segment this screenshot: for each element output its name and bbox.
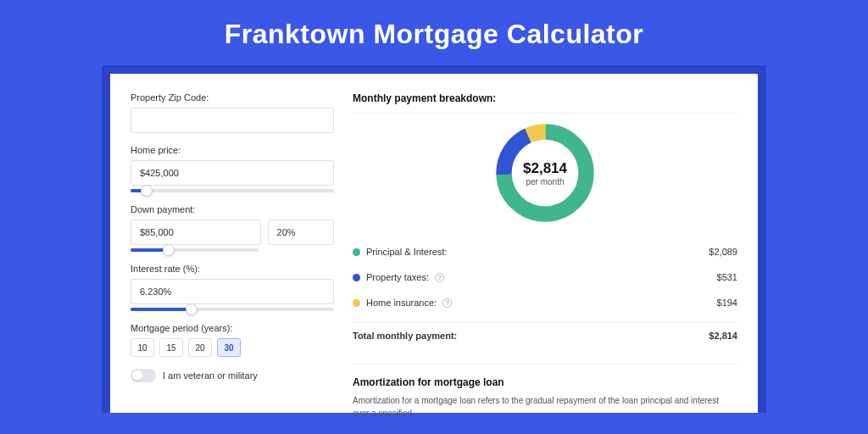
interest-rate-input[interactable]: [131, 279, 334, 304]
interest-rate-label: Interest rate (%):: [131, 264, 334, 274]
donut-center-sub: per month: [526, 177, 564, 186]
period-option-20[interactable]: 20: [188, 338, 212, 357]
period-option-10[interactable]: 10: [131, 338, 154, 357]
down-payment-percent-input[interactable]: [268, 220, 334, 245]
zip-input[interactable]: [131, 108, 334, 133]
donut-chart-wrap: $2,814 per month: [353, 114, 737, 239]
interest-rate-slider-fill: [131, 308, 192, 311]
period-button-group: 10 15 20 30: [131, 338, 334, 357]
zip-label: Property Zip Code:: [131, 92, 334, 103]
amortization-section: Amortization for mortgage loan Amortizat…: [353, 364, 737, 420]
legend-principal-amount: $2,089: [709, 247, 737, 257]
down-payment-slider[interactable]: [131, 248, 259, 252]
zip-block: Property Zip Code:: [131, 92, 334, 133]
down-payment-amount-input[interactable]: [131, 220, 261, 245]
legend-insurance-amount: $194: [717, 298, 737, 308]
interest-rate-slider[interactable]: [131, 308, 334, 311]
inputs-column: Property Zip Code: Home price: Down paym…: [131, 92, 334, 413]
swatch-green: [353, 248, 360, 256]
veteran-toggle[interactable]: [131, 369, 156, 382]
page-title: Franktown Mortgage Calculator: [0, 0, 868, 65]
period-label: Mortgage period (years):: [131, 323, 334, 333]
donut-chart: $2,814 per month: [491, 119, 599, 227]
info-icon[interactable]: ?: [435, 273, 444, 282]
veteran-toggle-knob: [132, 370, 142, 381]
amortization-header: Amortization for mortgage loan: [353, 376, 737, 388]
breakdown-header: Monthly payment breakdown:: [353, 92, 737, 104]
legend-row-taxes: Property taxes: ? $531: [353, 264, 737, 290]
home-price-block: Home price:: [131, 145, 334, 192]
amortization-text: Amortization for a mortgage loan refers …: [353, 395, 737, 420]
info-icon[interactable]: ?: [442, 298, 452, 308]
home-price-slider-knob[interactable]: [141, 185, 153, 197]
legend-row-principal: Principal & Interest: $2,089: [353, 239, 737, 264]
donut-center-amount: $2,814: [523, 160, 567, 177]
home-price-label: Home price:: [131, 145, 334, 155]
down-payment-label: Down payment:: [131, 204, 334, 214]
swatch-blue: [353, 274, 360, 281]
interest-rate-block: Interest rate (%):: [131, 264, 334, 311]
veteran-label: I am veteran or military: [163, 370, 258, 381]
down-payment-block: Down payment:: [131, 204, 334, 252]
period-block: Mortgage period (years): 10 15 20 30: [131, 323, 334, 357]
legend-total-amount: $2,814: [709, 331, 737, 341]
legend-principal-label: Principal & Interest:: [366, 247, 447, 257]
legend-row-total: Total monthly payment: $2,814: [353, 323, 737, 348]
calculator-panel: Property Zip Code: Home price: Down paym…: [110, 74, 758, 413]
calculator-panel-outer: Property Zip Code: Home price: Down paym…: [102, 65, 766, 413]
veteran-row: I am veteran or military: [131, 369, 334, 382]
legend-taxes-amount: $531: [717, 272, 737, 282]
period-option-15[interactable]: 15: [159, 338, 183, 357]
swatch-yellow: [353, 299, 360, 307]
donut-center: $2,814 per month: [491, 119, 599, 227]
home-price-input[interactable]: [131, 160, 334, 186]
breakdown-column: Monthly payment breakdown: $2,814: [353, 92, 737, 413]
legend-taxes-label: Property taxes:: [366, 272, 429, 282]
home-price-slider[interactable]: [131, 189, 334, 192]
legend-row-insurance: Home insurance: ? $194: [353, 290, 737, 315]
interest-rate-slider-knob[interactable]: [186, 303, 198, 315]
legend-insurance-label: Home insurance:: [366, 298, 437, 308]
legend-total-label: Total monthly payment:: [353, 331, 457, 341]
period-option-30[interactable]: 30: [217, 338, 241, 357]
down-payment-slider-knob[interactable]: [163, 244, 175, 256]
